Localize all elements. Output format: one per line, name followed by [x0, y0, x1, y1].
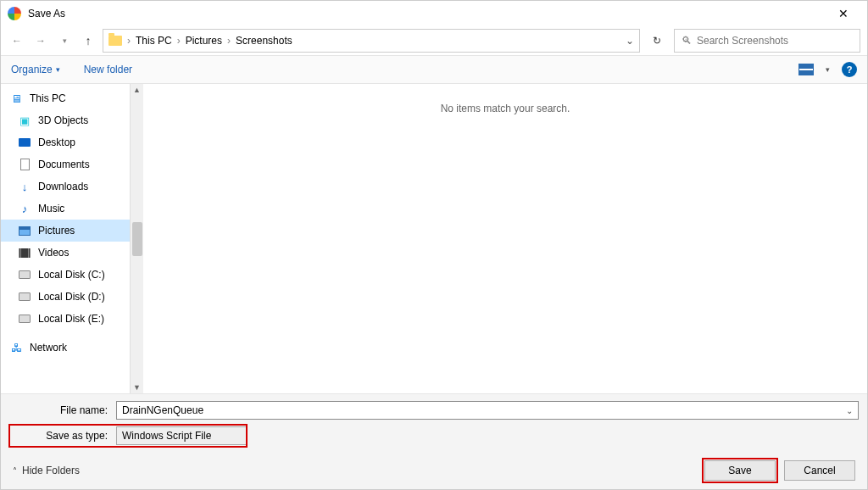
scroll-down-icon[interactable]: ▼ — [133, 383, 141, 392]
search-placeholder: Search Screenshots — [697, 35, 788, 47]
chevron-down-icon[interactable]: ▾ — [826, 65, 830, 74]
tree-item-pictures[interactable]: Pictures — [1, 220, 130, 242]
tree-item-disk-e[interactable]: Local Disk (E:) — [1, 308, 130, 330]
close-button[interactable]: ✕ — [826, 1, 860, 26]
savetype-combo-visible[interactable]: Windows Script File — [116, 426, 247, 445]
window-title: Save As — [28, 8, 65, 19]
chevron-right-icon: › — [127, 35, 131, 47]
chevron-down-icon: ▾ — [56, 65, 60, 74]
cube-icon: ▣ — [18, 114, 31, 127]
tree-item-documents[interactable]: Documents — [1, 153, 130, 175]
footer: ˄ Hide Folders Save Cancel — [1, 452, 867, 489]
dialog-body: 🖥 This PC ▣ 3D Objects Desktop Documents… — [1, 84, 867, 393]
savetype-label: Save as type: — [9, 430, 111, 442]
chevron-down-icon[interactable]: ⌄ — [846, 406, 853, 415]
disk-icon — [19, 270, 31, 279]
empty-message: No items match your search. — [441, 103, 570, 393]
tree-item-downloads[interactable]: ↓ Downloads — [1, 175, 130, 198]
tree-item-disk-d[interactable]: Local Disk (D:) — [1, 286, 130, 308]
input-section: File name: DrainNGenQueue ⌄ Save as type… — [1, 393, 867, 452]
tree-item-music[interactable]: ♪ Music — [1, 198, 130, 220]
tree-item-videos[interactable]: Videos — [1, 242, 130, 264]
chevron-right-icon: › — [227, 35, 231, 47]
file-list: No items match your search. — [143, 84, 867, 393]
chevron-up-icon: ˄ — [13, 466, 17, 476]
view-options-button[interactable] — [798, 64, 814, 75]
breadcrumb-root[interactable]: This PC — [136, 35, 172, 47]
address-bar[interactable]: › This PC › Pictures › Screenshots ⌄ — [103, 29, 640, 53]
tree-scrollbar[interactable]: ▲ ▼ — [130, 84, 143, 393]
toolbar: Organize ▾ New folder ▾ ? — [1, 55, 867, 84]
hide-folders-toggle[interactable]: ˄ Hide Folders — [13, 465, 80, 476]
download-icon: ↓ — [18, 180, 31, 193]
document-icon — [20, 159, 30, 170]
folder-icon — [108, 36, 122, 46]
back-button[interactable]: ← — [8, 31, 26, 50]
disk-icon — [19, 315, 31, 323]
save-as-dialog: Save As ✕ ← → ▾ ↑ › This PC › Pictures ›… — [0, 0, 868, 490]
address-dropdown[interactable]: ⌄ — [626, 35, 634, 47]
tree-item-network[interactable]: 🖧 Network — [1, 337, 130, 359]
navigation-tree: 🖥 This PC ▣ 3D Objects Desktop Documents… — [1, 84, 130, 393]
organize-button[interactable]: Organize ▾ — [11, 64, 60, 75]
scroll-up-icon[interactable]: ▲ — [133, 86, 141, 94]
videos-icon — [19, 248, 31, 258]
breadcrumb-mid[interactable]: Pictures — [186, 35, 222, 47]
title-bar: Save As ✕ — [1, 1, 867, 26]
new-folder-button[interactable]: New folder — [84, 64, 132, 75]
tree-item-3d-objects[interactable]: ▣ 3D Objects — [1, 109, 130, 131]
up-button[interactable]: ↑ — [79, 31, 97, 50]
scroll-thumb[interactable] — [132, 222, 142, 256]
save-button[interactable]: Save — [704, 460, 776, 481]
filename-label: File name: — [9, 404, 111, 416]
recent-dropdown[interactable]: ▾ — [55, 31, 74, 50]
tree-item-desktop[interactable]: Desktop — [1, 131, 130, 153]
navigation-row: ← → ▾ ↑ › This PC › Pictures › Screensho… — [1, 26, 867, 55]
chrome-icon — [8, 7, 21, 20]
pc-icon: 🖥 — [9, 92, 23, 105]
filename-input[interactable]: DrainNGenQueue ⌄ — [116, 401, 859, 420]
refresh-button[interactable]: ↻ — [645, 29, 669, 53]
music-icon: ♪ — [18, 202, 31, 215]
network-icon: 🖧 — [9, 341, 23, 354]
tree-item-disk-c[interactable]: Local Disk (C:) — [1, 264, 130, 286]
disk-icon — [19, 292, 31, 301]
breadcrumb-leaf[interactable]: Screenshots — [236, 35, 292, 47]
desktop-icon — [19, 138, 31, 147]
chevron-down-icon[interactable]: ⌄ — [846, 432, 853, 441]
help-button[interactable]: ? — [842, 62, 857, 77]
search-input[interactable]: 🔍︎ Search Screenshots — [674, 29, 860, 53]
search-icon: 🔍︎ — [682, 35, 692, 47]
tree-item-this-pc[interactable]: 🖥 This PC — [1, 87, 130, 109]
forward-button[interactable]: → — [31, 31, 50, 50]
chevron-right-icon: › — [177, 35, 181, 47]
pictures-icon — [19, 226, 31, 236]
cancel-button[interactable]: Cancel — [784, 460, 855, 481]
